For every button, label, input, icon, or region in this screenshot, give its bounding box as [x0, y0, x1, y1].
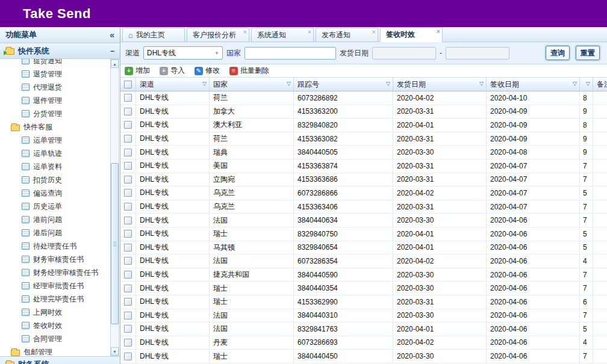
table-row[interactable]: DHL专线立陶宛41533636862020-03-312020-04-077: [120, 173, 607, 187]
table-row[interactable]: DHL专线乌克兰60732868662020-04-022020-04-075: [120, 187, 607, 200]
sidebar-item-财务审核责任书[interactable]: 财务审核责任书: [0, 253, 120, 266]
row-checkbox[interactable]: [124, 298, 132, 306]
sidebar-item-港后问题[interactable]: 港后问题: [0, 226, 120, 239]
sidebar-section-finance-system[interactable]: 财务系统: [0, 356, 120, 364]
sidebar-item-处理完毕责任书[interactable]: 处理完毕责任书: [0, 292, 120, 306]
channel-dropdown[interactable]: DHL专线 ▼: [143, 46, 223, 60]
table-row[interactable]: DHL专线丹麦60732866932020-04-022020-04-064: [120, 336, 607, 350]
collapse-sidebar-icon[interactable]: «: [110, 30, 114, 40]
row-checkbox[interactable]: [124, 217, 132, 224]
row-checkbox[interactable]: [124, 339, 132, 347]
toolbar-button-批量删除[interactable]: ≡ 批量删除: [229, 66, 269, 76]
sidebar-item-退件管理[interactable]: 退件管理: [0, 94, 120, 107]
column-header-发货日期[interactable]: 发货日期 ▽: [393, 78, 487, 91]
toolbar-button-修改[interactable]: ✎ 修改: [195, 66, 220, 76]
row-checkbox[interactable]: [124, 149, 132, 156]
sidebar-item-签收时效[interactable]: 签收时效: [0, 319, 120, 332]
column-header-签收日期[interactable]: 签收日期 ▽: [487, 78, 580, 91]
tab-close-icon[interactable]: ×: [243, 29, 247, 35]
table-row[interactable]: DHL专线乌克兰41533634062020-03-312020-04-077: [120, 200, 607, 214]
table-row[interactable]: DHL专线法国38404406342020-03-302020-04-067: [120, 214, 607, 227]
row-checkbox[interactable]: [124, 271, 132, 279]
table-row[interactable]: DHL专线荷兰60732868922020-04-022020-04-108: [120, 91, 607, 105]
sidebar-item-港前问题[interactable]: 港前问题: [0, 213, 120, 226]
column-filter-icon[interactable]: ▽: [287, 81, 291, 87]
tab-签收时效[interactable]: 签收时效 ×: [380, 27, 443, 42]
column-filter-icon[interactable]: ▽: [573, 81, 577, 87]
column-filter-icon[interactable]: ▽: [386, 81, 390, 87]
sidebar-item-包邮管理[interactable]: 包邮管理: [0, 345, 120, 356]
row-checkbox[interactable]: [124, 135, 132, 143]
row-checkbox[interactable]: [124, 108, 132, 116]
sidebar-item-代理退货[interactable]: 代理退货: [0, 81, 120, 94]
table-row[interactable]: DHL专线瑞士83298407502020-04-012020-04-065: [120, 227, 607, 241]
tab-系统通知[interactable]: 系统通知 ×: [251, 28, 314, 42]
table-row[interactable]: DHL专线法国38404403102020-03-302020-04-067: [120, 309, 607, 323]
sidebar-item-运单管理[interactable]: 运单管理: [0, 134, 120, 147]
sidebar-scrollbar[interactable]: ▲ ▼: [110, 59, 119, 356]
sidebar-item-运单资料[interactable]: 运单资料: [0, 160, 120, 173]
sidebar-item-财务经理审核责任书[interactable]: 财务经理审核责任书: [0, 266, 120, 279]
sidebar-item-提货通知[interactable]: 提货通知: [0, 59, 120, 67]
sidebar-item-历史运单[interactable]: 历史运单: [0, 200, 120, 213]
sidebar-item-上网时效[interactable]: 上网时效: [0, 306, 120, 319]
row-checkbox[interactable]: [124, 257, 132, 265]
column-header-跟踪号[interactable]: 跟踪号 ▽: [294, 78, 393, 91]
sidebar-item-分货管理[interactable]: 分货管理: [0, 107, 120, 120]
column-header-渠道[interactable]: 渠道 ▽: [136, 78, 210, 91]
table-row[interactable]: DHL专线澳大利亚83298408202020-04-012020-04-098: [120, 119, 607, 132]
table-row[interactable]: DHL专线捷克共和国38404405902020-03-302020-04-06…: [120, 268, 607, 282]
scroll-up-icon[interactable]: ▲: [111, 60, 119, 68]
tab-close-icon[interactable]: ×: [308, 29, 311, 35]
country-input[interactable]: [244, 47, 336, 60]
table-row[interactable]: DHL专线加拿大41533632002020-03-312020-04-099: [120, 105, 607, 119]
sidebar-item-快件客服[interactable]: 快件客服: [0, 120, 120, 134]
row-checkbox[interactable]: [124, 244, 132, 251]
sidebar-item-扣货历史[interactable]: 扣货历史: [0, 173, 120, 187]
table-row[interactable]: DHL专线马其顿83298406542020-04-012020-04-065: [120, 241, 607, 255]
sidebar-item-偏远查询[interactable]: 偏远查询: [0, 187, 120, 200]
row-checkbox[interactable]: [124, 94, 132, 102]
row-checkbox[interactable]: [124, 285, 132, 292]
column-filter-icon[interactable]: ▽: [202, 81, 207, 87]
date-from-input[interactable]: [372, 47, 436, 60]
table-row[interactable]: DHL专线瑞士41533629902020-03-312020-04-066: [120, 295, 607, 309]
scroll-down-icon[interactable]: ▼: [111, 347, 119, 356]
search-button[interactable]: 查询: [546, 46, 570, 60]
scrollbar-thumb[interactable]: [111, 163, 119, 324]
column-filter-icon[interactable]: ▽: [479, 81, 484, 87]
table-row[interactable]: DHL专线瑞典38404405052020-03-302020-04-089: [120, 146, 607, 159]
sidebar-section-express-system[interactable]: 快件系统 −: [0, 43, 120, 59]
date-to-input[interactable]: [446, 47, 509, 60]
column-header-国家[interactable]: 国家 ▽: [210, 78, 294, 91]
sidebar-item-经理审批责任书[interactable]: 经理审批责任书: [0, 279, 120, 292]
row-checkbox[interactable]: [124, 312, 132, 319]
column-header-备注[interactable]: 备注: [593, 78, 607, 91]
row-checkbox[interactable]: [124, 176, 132, 184]
sidebar-item-合同管理[interactable]: 合同管理: [0, 332, 120, 345]
table-row[interactable]: DHL专线美国41533638742020-03-312020-04-077: [120, 159, 607, 173]
collapse-section-icon[interactable]: −: [110, 47, 114, 55]
tab-发布通知[interactable]: 发布通知 ×: [316, 28, 378, 42]
toolbar-button-增加[interactable]: + 增加: [125, 66, 150, 76]
row-checkbox[interactable]: [124, 121, 132, 129]
row-checkbox[interactable]: [124, 189, 132, 197]
select-all-checkbox[interactable]: [124, 81, 132, 88]
tab-close-icon[interactable]: ×: [372, 29, 376, 35]
tab-客户报价分析[interactable]: 客户报价分析 ×: [187, 28, 249, 42]
column-filter-icon[interactable]: ▽: [586, 81, 590, 87]
sidebar-item-运单轨迹[interactable]: 运单轨迹: [0, 147, 120, 160]
table-row[interactable]: DHL专线瑞士38404403542020-03-302020-04-067: [120, 282, 607, 295]
sidebar-item-待处理责任书[interactable]: 待处理责任书: [0, 239, 120, 253]
row-checkbox[interactable]: [124, 203, 132, 211]
row-checkbox[interactable]: [124, 162, 132, 170]
sidebar-item-退货管理[interactable]: 退货管理: [0, 67, 120, 81]
tab-close-icon[interactable]: ×: [437, 28, 440, 34]
column-header-days[interactable]: ▽: [580, 78, 593, 91]
table-row[interactable]: DHL专线法国60732863542020-04-022020-04-064: [120, 254, 607, 268]
table-row[interactable]: DHL专线荷兰41533630822020-03-312020-04-099: [120, 132, 607, 146]
table-row[interactable]: DHL专线法国83298417632020-04-012020-04-065: [120, 322, 607, 336]
table-row[interactable]: DHL专线瑞士38404404502020-03-302020-04-067: [120, 350, 607, 363]
row-checkbox[interactable]: [124, 230, 132, 238]
tab-我的主页[interactable]: ⌂ 我的主页: [122, 28, 185, 42]
